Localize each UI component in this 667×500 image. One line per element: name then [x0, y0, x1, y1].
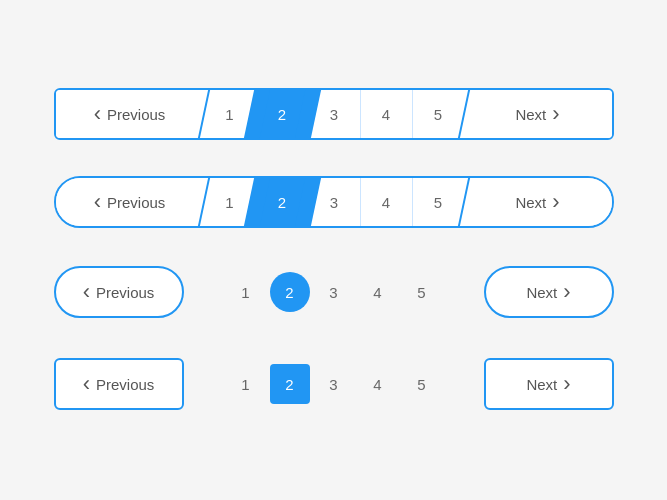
pagination-row-4: Previous 1 2 3 4 5 Next [0, 338, 667, 430]
pagination-container-3: Previous 1 2 3 4 5 Next [54, 264, 614, 320]
next-button-2[interactable]: Next [464, 178, 612, 226]
previous-label-4: Previous [96, 376, 154, 393]
page-numbers-3: 1 2 3 4 5 [226, 272, 442, 312]
page-numbers-2: 1 2 3 4 5 [204, 178, 464, 226]
chevron-right-icon-4 [563, 373, 570, 395]
page-3-5[interactable]: 5 [402, 272, 442, 312]
pagination-row-1: Previous 1 2 3 4 5 Next [0, 70, 667, 158]
page-4-3[interactable]: 3 [314, 364, 354, 404]
chevron-left-icon-3 [83, 281, 90, 303]
pagination-container-1: Previous 1 2 3 4 5 Next [54, 88, 614, 140]
chevron-right-icon-3 [563, 281, 570, 303]
pagination-container-2: Previous 1 2 3 4 5 Next [54, 176, 614, 228]
previous-button-4[interactable]: Previous [54, 358, 184, 410]
page-1-2[interactable]: 2 [256, 90, 308, 138]
page-2-5[interactable]: 5 [412, 178, 464, 226]
next-label-2: Next [515, 194, 546, 211]
previous-button-1[interactable]: Previous [56, 90, 204, 138]
chevron-left-icon [94, 103, 101, 125]
chevron-left-icon-4 [83, 373, 90, 395]
next-button-3[interactable]: Next [484, 266, 614, 318]
page-numbers-1: 1 2 3 4 5 [204, 90, 464, 138]
page-3-1[interactable]: 1 [226, 272, 266, 312]
next-label-4: Next [526, 376, 557, 393]
chevron-right-icon-2 [552, 191, 559, 213]
page-numbers-4: 1 2 3 4 5 [226, 364, 442, 404]
page-3-3[interactable]: 3 [314, 272, 354, 312]
pagination-container-4: Previous 1 2 3 4 5 Next [54, 356, 614, 412]
previous-label-2: Previous [107, 194, 165, 211]
pagination-row-2: Previous 1 2 3 4 5 Next [0, 158, 667, 246]
page-4-2[interactable]: 2 [270, 364, 310, 404]
page-2-4[interactable]: 4 [360, 178, 412, 226]
page-3-4[interactable]: 4 [358, 272, 398, 312]
previous-button-3[interactable]: Previous [54, 266, 184, 318]
page-4-1[interactable]: 1 [226, 364, 266, 404]
pagination-row-3: Previous 1 2 3 4 5 Next [0, 246, 667, 338]
chevron-right-icon [552, 103, 559, 125]
previous-label-3: Previous [96, 284, 154, 301]
page-1-5[interactable]: 5 [412, 90, 464, 138]
previous-label-1: Previous [107, 106, 165, 123]
page-4-4[interactable]: 4 [358, 364, 398, 404]
chevron-left-icon-2 [94, 191, 101, 213]
previous-button-2[interactable]: Previous [56, 178, 204, 226]
next-label-1: Next [515, 106, 546, 123]
page-4-5[interactable]: 5 [402, 364, 442, 404]
page-2-2[interactable]: 2 [256, 178, 308, 226]
next-button-4[interactable]: Next [484, 358, 614, 410]
next-label-3: Next [526, 284, 557, 301]
next-button-1[interactable]: Next [464, 90, 612, 138]
page-1-4[interactable]: 4 [360, 90, 412, 138]
page-3-2[interactable]: 2 [270, 272, 310, 312]
